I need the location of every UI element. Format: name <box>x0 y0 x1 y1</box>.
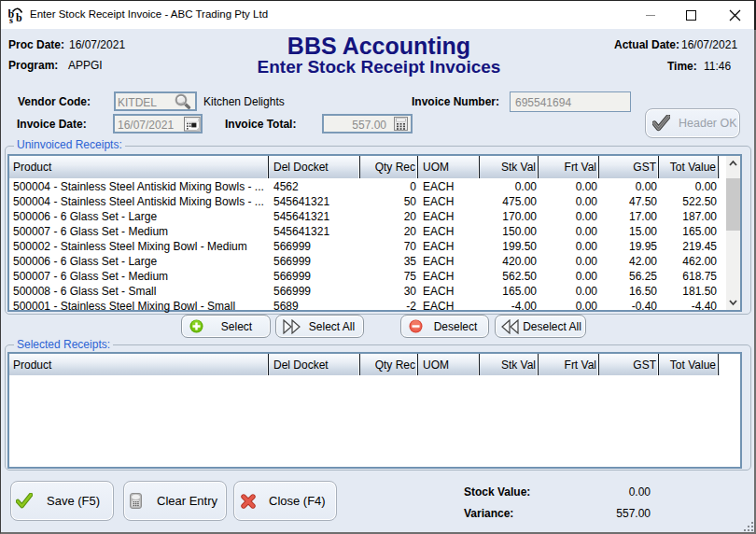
svg-text:s: s <box>9 15 13 23</box>
